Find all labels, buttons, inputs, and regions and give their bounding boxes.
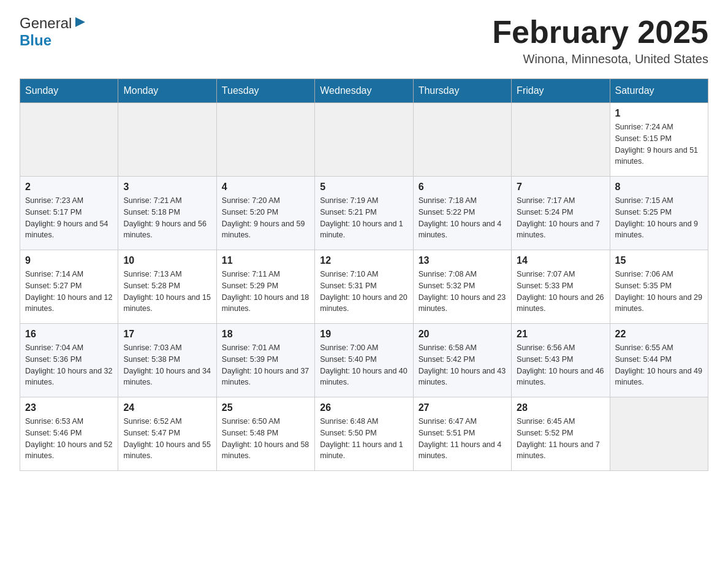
day-number: 25 <box>222 402 309 413</box>
day-number: 10 <box>123 255 211 266</box>
calendar-cell: 5Sunrise: 7:19 AMSunset: 5:21 PMDaylight… <box>315 177 413 250</box>
calendar-cell: 22Sunrise: 6:55 AMSunset: 5:44 PMDayligh… <box>610 324 708 397</box>
calendar-cell: 1Sunrise: 7:24 AMSunset: 5:15 PMDaylight… <box>610 103 708 177</box>
day-number: 13 <box>419 255 506 266</box>
day-number: 8 <box>615 182 703 193</box>
weekday-header-row: SundayMondayTuesdayWednesdayThursdayFrid… <box>20 79 708 103</box>
day-number: 2 <box>25 182 113 193</box>
day-info: Sunrise: 7:13 AMSunset: 5:28 PMDaylight:… <box>123 269 211 315</box>
calendar-cell: 10Sunrise: 7:13 AMSunset: 5:28 PMDayligh… <box>118 250 216 324</box>
calendar-cell: 27Sunrise: 6:47 AMSunset: 5:51 PMDayligh… <box>413 397 511 471</box>
day-number: 4 <box>222 182 309 193</box>
calendar-cell: 9Sunrise: 7:14 AMSunset: 5:27 PMDaylight… <box>20 250 118 324</box>
day-info: Sunrise: 6:52 AMSunset: 5:47 PMDaylight:… <box>123 416 211 462</box>
calendar-table: SundayMondayTuesdayWednesdayThursdayFrid… <box>20 79 708 471</box>
day-number: 18 <box>222 329 309 340</box>
calendar-cell: 21Sunrise: 6:56 AMSunset: 5:43 PMDayligh… <box>512 324 610 397</box>
day-info: Sunrise: 7:20 AMSunset: 5:20 PMDaylight:… <box>222 195 309 241</box>
day-number: 24 <box>123 402 211 413</box>
calendar-cell: 18Sunrise: 7:01 AMSunset: 5:39 PMDayligh… <box>216 324 314 397</box>
day-number: 23 <box>25 402 113 413</box>
day-number: 16 <box>25 329 113 340</box>
day-number: 26 <box>320 402 408 413</box>
day-number: 6 <box>419 182 506 193</box>
calendar-cell: 11Sunrise: 7:11 AMSunset: 5:29 PMDayligh… <box>216 250 314 324</box>
calendar-cell <box>20 103 118 177</box>
day-number: 9 <box>25 255 113 266</box>
day-info: Sunrise: 7:11 AMSunset: 5:29 PMDaylight:… <box>222 269 309 315</box>
logo: General Blue <box>20 15 86 49</box>
day-number: 28 <box>517 402 604 413</box>
calendar-cell: 16Sunrise: 7:04 AMSunset: 5:36 PMDayligh… <box>20 324 118 397</box>
calendar-cell: 25Sunrise: 6:50 AMSunset: 5:48 PMDayligh… <box>216 397 314 471</box>
day-info: Sunrise: 6:50 AMSunset: 5:48 PMDaylight:… <box>222 416 309 462</box>
day-number: 19 <box>320 329 408 340</box>
calendar-cell: 4Sunrise: 7:20 AMSunset: 5:20 PMDaylight… <box>216 177 314 250</box>
day-info: Sunrise: 6:55 AMSunset: 5:44 PMDaylight:… <box>615 342 703 388</box>
day-number: 22 <box>615 329 703 340</box>
calendar-cell: 28Sunrise: 6:45 AMSunset: 5:52 PMDayligh… <box>512 397 610 471</box>
day-info: Sunrise: 7:24 AMSunset: 5:15 PMDaylight:… <box>615 121 703 167</box>
calendar-week-row: 1Sunrise: 7:24 AMSunset: 5:15 PMDaylight… <box>20 103 708 177</box>
svg-marker-0 <box>75 17 85 27</box>
weekday-header-tuesday: Tuesday <box>216 79 314 103</box>
day-number: 5 <box>320 182 408 193</box>
day-number: 17 <box>123 329 211 340</box>
calendar-cell <box>610 397 708 471</box>
weekday-header-saturday: Saturday <box>610 79 708 103</box>
day-info: Sunrise: 7:14 AMSunset: 5:27 PMDaylight:… <box>25 269 113 315</box>
day-info: Sunrise: 6:47 AMSunset: 5:51 PMDaylight:… <box>419 416 506 462</box>
logo-blue-text: Blue <box>20 32 51 48</box>
day-number: 1 <box>615 108 703 119</box>
day-info: Sunrise: 6:45 AMSunset: 5:52 PMDaylight:… <box>517 416 604 462</box>
day-number: 21 <box>517 329 604 340</box>
calendar-cell: 26Sunrise: 6:48 AMSunset: 5:50 PMDayligh… <box>315 397 413 471</box>
calendar-cell: 13Sunrise: 7:08 AMSunset: 5:32 PMDayligh… <box>413 250 511 324</box>
calendar-week-row: 2Sunrise: 7:23 AMSunset: 5:17 PMDaylight… <box>20 177 708 250</box>
day-info: Sunrise: 7:06 AMSunset: 5:35 PMDaylight:… <box>615 269 703 315</box>
day-info: Sunrise: 7:23 AMSunset: 5:17 PMDaylight:… <box>25 195 113 241</box>
day-number: 14 <box>517 255 604 266</box>
day-info: Sunrise: 7:04 AMSunset: 5:36 PMDaylight:… <box>25 342 113 388</box>
calendar-cell: 15Sunrise: 7:06 AMSunset: 5:35 PMDayligh… <box>610 250 708 324</box>
day-number: 12 <box>320 255 408 266</box>
day-info: Sunrise: 7:10 AMSunset: 5:31 PMDaylight:… <box>320 269 408 315</box>
logo-triangle-icon <box>73 16 86 31</box>
day-info: Sunrise: 7:07 AMSunset: 5:33 PMDaylight:… <box>517 269 604 315</box>
logo-general-text: General <box>20 15 72 32</box>
calendar-cell <box>413 103 511 177</box>
day-info: Sunrise: 6:56 AMSunset: 5:43 PMDaylight:… <box>517 342 604 388</box>
weekday-header-monday: Monday <box>118 79 216 103</box>
calendar-cell: 2Sunrise: 7:23 AMSunset: 5:17 PMDaylight… <box>20 177 118 250</box>
location-text: Winona, Minnesota, United States <box>492 52 708 66</box>
day-number: 27 <box>419 402 506 413</box>
day-info: Sunrise: 7:19 AMSunset: 5:21 PMDaylight:… <box>320 195 408 241</box>
calendar-cell <box>512 103 610 177</box>
calendar-cell: 24Sunrise: 6:52 AMSunset: 5:47 PMDayligh… <box>118 397 216 471</box>
calendar-cell: 8Sunrise: 7:15 AMSunset: 5:25 PMDaylight… <box>610 177 708 250</box>
day-number: 15 <box>615 255 703 266</box>
title-section: February 2025 Winona, Minnesota, United … <box>492 15 708 66</box>
calendar-cell: 3Sunrise: 7:21 AMSunset: 5:18 PMDaylight… <box>118 177 216 250</box>
day-info: Sunrise: 7:08 AMSunset: 5:32 PMDaylight:… <box>419 269 506 315</box>
calendar-cell: 12Sunrise: 7:10 AMSunset: 5:31 PMDayligh… <box>315 250 413 324</box>
weekday-header-wednesday: Wednesday <box>315 79 413 103</box>
calendar-cell: 6Sunrise: 7:18 AMSunset: 5:22 PMDaylight… <box>413 177 511 250</box>
day-info: Sunrise: 7:03 AMSunset: 5:38 PMDaylight:… <box>123 342 211 388</box>
calendar-cell <box>118 103 216 177</box>
day-info: Sunrise: 6:58 AMSunset: 5:42 PMDaylight:… <box>419 342 506 388</box>
day-info: Sunrise: 7:18 AMSunset: 5:22 PMDaylight:… <box>419 195 506 241</box>
calendar-cell <box>315 103 413 177</box>
calendar-week-row: 23Sunrise: 6:53 AMSunset: 5:46 PMDayligh… <box>20 397 708 471</box>
day-info: Sunrise: 7:21 AMSunset: 5:18 PMDaylight:… <box>123 195 211 241</box>
month-title: February 2025 <box>492 15 708 50</box>
calendar-cell <box>216 103 314 177</box>
day-info: Sunrise: 6:48 AMSunset: 5:50 PMDaylight:… <box>320 416 408 462</box>
weekday-header-friday: Friday <box>512 79 610 103</box>
calendar-cell: 20Sunrise: 6:58 AMSunset: 5:42 PMDayligh… <box>413 324 511 397</box>
day-info: Sunrise: 7:00 AMSunset: 5:40 PMDaylight:… <box>320 342 408 388</box>
weekday-header-thursday: Thursday <box>413 79 511 103</box>
day-number: 3 <box>123 182 211 193</box>
calendar-week-row: 9Sunrise: 7:14 AMSunset: 5:27 PMDaylight… <box>20 250 708 324</box>
day-info: Sunrise: 7:17 AMSunset: 5:24 PMDaylight:… <box>517 195 604 241</box>
